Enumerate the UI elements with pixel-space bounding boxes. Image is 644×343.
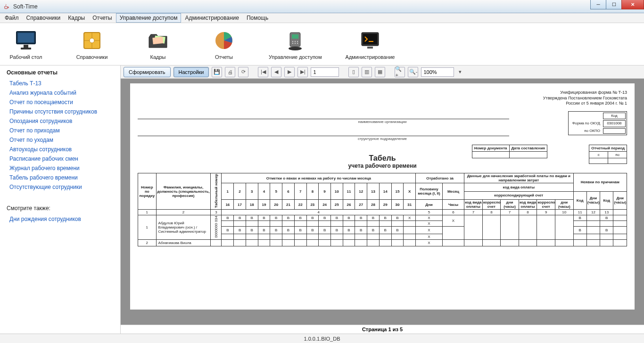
sidebar-link[interactable]: Причины отсутствия сотрудников [7, 107, 114, 116]
next-page-icon[interactable]: ▶ [284, 67, 295, 77]
dept-caption: структурное подразделение [138, 137, 627, 141]
timesheet-table: Номер по порядку Фамилия, инициалы, долж… [138, 173, 627, 246]
single-page-icon[interactable]: ▯ [348, 67, 359, 77]
sidebar-heading-main: Основные отчеты [7, 69, 114, 76]
svg-point-16 [297, 42, 298, 43]
sidebar-link[interactable]: Табель рабочего времени [7, 173, 114, 182]
multi-page-icon[interactable]: ▥ [362, 67, 372, 77]
form-line: России от 5 января 2004 г. № 1 [543, 101, 627, 106]
last-page-icon[interactable]: ▶| [297, 67, 308, 77]
sidebar-link[interactable]: Отчет по посещаемости [7, 98, 114, 107]
svg-rect-20 [367, 47, 373, 49]
generate-button[interactable]: Сформировать [124, 67, 171, 77]
menu-file[interactable]: Файл [1, 13, 23, 23]
menu-reports[interactable]: Отчеты [89, 13, 116, 23]
tool-references[interactable]: Справочники [71, 29, 113, 60]
monitor-icon [14, 29, 38, 52]
menu-access-control[interactable]: Управление доступом [116, 13, 182, 23]
tool-reports[interactable]: Отчеты [203, 29, 245, 60]
java-cup-icon [3, 3, 10, 10]
code-box: Код Форма по ОКУД0301008 по ОКПО [568, 111, 627, 135]
sidebar-link[interactable]: Отсутствующие сотрудники [7, 182, 114, 192]
print-icon[interactable]: 🖨 [225, 67, 235, 77]
svg-point-5 [90, 38, 94, 43]
sidebar-link[interactable]: Отчет по уходам [7, 135, 114, 145]
doc-info-box: Номер документаДата составления [472, 145, 547, 158]
form-line: Унифицированная форма № Т-13 [543, 90, 627, 96]
tool-label: Отчеты [215, 54, 233, 60]
tool-desktop[interactable]: Рабочий стол [5, 29, 47, 60]
toolstrip: Рабочий стол Справочники Кадры Отчеты Уп… [0, 23, 644, 65]
svg-rect-19 [363, 34, 377, 44]
settings-button[interactable]: Настройки [173, 67, 209, 77]
zoom-in-icon[interactable]: 🔍+ [395, 67, 405, 77]
statusbar: 1.0.0.1.BIO_DB [0, 334, 644, 343]
tool-label: Справочники [76, 54, 108, 60]
svg-point-15 [295, 42, 296, 43]
svg-point-13 [297, 41, 298, 41]
form-line: Утверждена Постановлением Госкомстата [543, 96, 627, 101]
svg-rect-10 [292, 34, 298, 39]
sidebar-link[interactable]: Анализ журнала событий [7, 88, 114, 98]
minimize-button[interactable]: ─ [590, 0, 606, 9]
prev-page-icon[interactable]: ◀ [271, 67, 281, 77]
page-indicator: Страница 1 из 5 [121, 325, 644, 334]
svg-rect-3 [21, 48, 31, 49]
table-row: 2 Абнагимова Виола X [138, 239, 627, 246]
sidebar-link[interactable]: Дни рождения сотрудников [7, 214, 114, 224]
refresh-icon[interactable]: ⟳ [238, 67, 248, 77]
titlebar: Soft-Time ─ ☐ ✕ [0, 0, 644, 13]
sidebar-link[interactable]: Опоздания сотрудников [7, 116, 114, 126]
tool-label: Управление доступом [269, 54, 322, 60]
pages-icon[interactable]: ▦ [375, 67, 385, 77]
svg-rect-2 [24, 45, 28, 48]
svg-rect-1 [18, 33, 34, 42]
tool-label: Кадры [150, 54, 166, 60]
fingerprint-device-icon [283, 29, 307, 52]
pie-chart-icon [212, 29, 236, 52]
svg-point-14 [292, 42, 293, 43]
svg-point-17 [289, 47, 302, 50]
zoom-input[interactable] [421, 67, 454, 77]
menu-references[interactable]: Справочники [23, 13, 65, 23]
folder-people-icon [146, 29, 170, 52]
svg-point-11 [292, 41, 293, 41]
dropdown-icon[interactable]: ▾ [457, 67, 463, 77]
sidebar-link[interactable]: Расписание рабочих смен [7, 154, 114, 163]
sidebar-link[interactable]: Отчет по приходам [7, 126, 114, 135]
menu-help[interactable]: Помощь [243, 13, 272, 23]
close-button[interactable]: ✕ [621, 0, 644, 9]
menubar: Файл Справочники Кадры Отчеты Управление… [0, 13, 644, 23]
menu-personnel[interactable]: Кадры [64, 13, 89, 23]
sidebar: Основные отчеты Табель Т-13 Анализ журна… [0, 65, 121, 334]
report-area[interactable]: Унифицированная форма № Т-13 Утверждена … [121, 79, 644, 325]
table-row: 1 Абдулов Юрий Владимирович (осн.) / Сис… [138, 215, 627, 221]
window-title: Soft-Time [13, 3, 38, 10]
zoom-out-icon[interactable]: 🔍- [408, 67, 418, 77]
svg-rect-7 [152, 36, 163, 44]
report-subtitle: учета рабочего времени [138, 163, 627, 169]
maximize-button[interactable]: ☐ [606, 0, 622, 9]
report-toolbar: Сформировать Настройки 💾 🖨 ⟳ |◀ ◀ ▶ ▶| ▯… [121, 65, 644, 79]
sidebar-link[interactable]: Табель Т-13 [7, 79, 114, 88]
archive-icon [80, 29, 104, 52]
tool-access-control[interactable]: Управление доступом [269, 29, 322, 60]
terminal-icon [358, 29, 382, 52]
tool-personnel[interactable]: Кадры [137, 29, 179, 60]
sidebar-link[interactable]: Автоуходы сотрудников [7, 145, 114, 154]
tool-label: Администрирование [346, 54, 395, 60]
page-input[interactable] [311, 67, 339, 77]
report-page: Унифицированная форма № Т-13 Утверждена … [130, 83, 635, 310]
report-title: Табель [138, 154, 627, 163]
period-box: Отчетный период спо [589, 145, 627, 164]
tool-label: Рабочий стол [9, 54, 42, 60]
sidebar-link[interactable]: Журнал рабочего времени [7, 163, 114, 173]
menu-administration[interactable]: Администрирование [181, 13, 242, 23]
first-page-icon[interactable]: |◀ [258, 67, 268, 77]
save-icon[interactable]: 💾 [212, 67, 222, 77]
svg-point-12 [295, 41, 296, 41]
sidebar-heading-seealso: Смотрите также: [7, 205, 114, 212]
tool-administration[interactable]: Администрирование [346, 29, 395, 60]
